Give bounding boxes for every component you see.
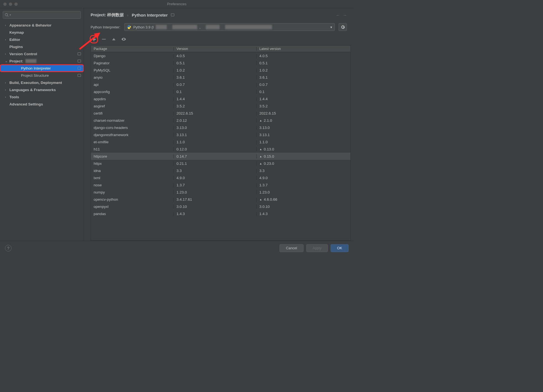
cell-package: httpx bbox=[91, 161, 174, 166]
sidebar-item-version-control[interactable]: ›Version Control bbox=[0, 50, 84, 57]
chevron-right-icon: › bbox=[5, 95, 8, 99]
minimize-window-icon[interactable] bbox=[9, 2, 12, 6]
interpreter-selected-text: Python 3.9 (I bbox=[133, 25, 154, 29]
table-row[interactable]: httpcore0.14.7▲0.15.0 bbox=[91, 153, 350, 160]
cell-package: httpcore bbox=[91, 154, 174, 158]
table-row[interactable]: anyio3.6.13.6.1 bbox=[91, 74, 350, 81]
table-row[interactable]: httpx0.21.1▲0.23.0 bbox=[91, 160, 350, 167]
triangle-up-icon: ▲ bbox=[259, 155, 262, 158]
sidebar-item-keymap[interactable]: Keymap bbox=[0, 29, 84, 36]
sidebar-item-appearance-behavior[interactable]: ›Appearance & Behavior bbox=[0, 22, 84, 29]
sidebar-item-project-structure[interactable]: Project Structure bbox=[0, 72, 84, 79]
triangle-up-icon: ▲ bbox=[259, 198, 262, 201]
cell-package: idna bbox=[91, 169, 174, 173]
cell-latest: 3.13.0 bbox=[257, 126, 350, 130]
cell-version: 1.3.7 bbox=[174, 183, 257, 187]
add-package-button[interactable] bbox=[91, 36, 97, 43]
table-row[interactable]: openpyxl3.0.103.0.10 bbox=[91, 203, 350, 210]
chevron-right-icon: › bbox=[5, 52, 8, 55]
cell-latest: 3.0.10 bbox=[257, 205, 350, 209]
cell-version: 0.1 bbox=[174, 90, 257, 94]
close-window-icon[interactable] bbox=[3, 2, 7, 6]
table-row[interactable]: charset-normalizer2.0.12▲2.1.0 bbox=[91, 117, 350, 124]
chevron-down-icon: ⌄ bbox=[5, 59, 8, 63]
cell-package: opencv-python bbox=[91, 197, 174, 202]
svg-line-1 bbox=[7, 16, 9, 17]
settings-tree: ›Appearance & BehaviorKeymap›EditorPlugi… bbox=[0, 20, 84, 241]
table-row[interactable]: opencv-python3.4.17.61▲4.6.0.66 bbox=[91, 196, 350, 203]
cell-latest: 1.23.0 bbox=[257, 190, 350, 194]
table-row[interactable]: pandas1.4.31.4.3 bbox=[91, 210, 350, 217]
zoom-window-icon[interactable] bbox=[14, 2, 18, 6]
table-row[interactable]: numpy1.23.01.23.0 bbox=[91, 189, 350, 196]
breadcrumb: Project: 样例数据 › Python Interpreter ← → bbox=[84, 8, 354, 22]
sidebar-item-build-execution-deployment[interactable]: ›Build, Execution, Deployment bbox=[0, 79, 84, 86]
sidebar-item-languages-frameworks[interactable]: ›Languages & Frameworks bbox=[0, 86, 84, 93]
table-row[interactable]: djangorestframework3.13.13.13.1 bbox=[91, 131, 350, 138]
dialog-footer: ? Cancel Apply OK bbox=[0, 241, 354, 255]
interpreter-settings-button[interactable] bbox=[339, 23, 347, 31]
cell-latest: ▲0.13.0 bbox=[257, 147, 350, 151]
reset-indicator-icon[interactable] bbox=[171, 14, 174, 16]
sidebar-item-python-interpreter[interactable]: Python Interpreter bbox=[0, 65, 84, 72]
table-row[interactable]: api0.0.70.0.7 bbox=[91, 81, 350, 88]
reset-indicator-icon[interactable] bbox=[78, 60, 81, 62]
window-title: Preferences bbox=[0, 2, 354, 6]
table-row[interactable]: certifi2022.6.152022.6.15 bbox=[91, 110, 350, 117]
cell-latest: 0.5.1 bbox=[257, 61, 350, 65]
table-row[interactable]: Django4.0.54.0.5 bbox=[91, 52, 350, 59]
apply-button[interactable]: Apply bbox=[306, 244, 328, 252]
chevron-right-icon: › bbox=[5, 23, 8, 27]
reset-indicator-icon[interactable] bbox=[78, 67, 81, 70]
settings-search-input[interactable]: ▾ bbox=[3, 11, 81, 19]
table-body[interactable]: Django4.0.54.0.5Paginator0.5.10.5.1PyMyS… bbox=[91, 52, 350, 240]
cell-version: 3.0.10 bbox=[174, 205, 257, 209]
cell-version: 3.3 bbox=[174, 169, 257, 173]
sidebar-item-plugins[interactable]: Plugins bbox=[0, 43, 84, 50]
reset-indicator-icon[interactable] bbox=[78, 74, 81, 77]
cell-latest: ▲0.23.0 bbox=[257, 161, 350, 166]
table-row[interactable]: PyMySQL1.0.21.0.2 bbox=[91, 67, 350, 74]
svg-point-0 bbox=[5, 14, 8, 16]
sidebar-item-label: Tools bbox=[9, 95, 19, 99]
table-row[interactable]: appdirs1.4.41.4.4 bbox=[91, 95, 350, 102]
sidebar-item-editor[interactable]: ›Editor bbox=[0, 36, 84, 43]
table-row[interactable]: lxml4.9.04.9.0 bbox=[91, 174, 350, 181]
table-row[interactable]: idna3.33.3 bbox=[91, 167, 350, 174]
cell-package: charset-normalizer bbox=[91, 118, 174, 123]
help-button[interactable]: ? bbox=[5, 245, 12, 251]
sidebar-item-advanced-settings[interactable]: Advanced Settings bbox=[0, 100, 84, 108]
ok-button[interactable]: OK bbox=[331, 244, 349, 252]
cancel-button[interactable]: Cancel bbox=[280, 244, 303, 252]
sidebar-item-label: Version Control bbox=[9, 52, 37, 56]
cell-latest: 3.6.1 bbox=[257, 75, 350, 80]
sidebar-item-project[interactable]: ⌄Project: bbox=[0, 57, 84, 65]
chevron-right-icon: › bbox=[127, 13, 128, 17]
show-early-releases-button[interactable] bbox=[120, 36, 127, 43]
table-row[interactable]: h110.12.0▲0.13.0 bbox=[91, 145, 350, 153]
cell-latest: 0.1 bbox=[257, 90, 350, 94]
upgrade-package-button[interactable] bbox=[110, 36, 117, 43]
table-row[interactable]: Paginator0.5.10.5.1 bbox=[91, 59, 350, 67]
nav-back-icon[interactable]: ← bbox=[336, 13, 340, 17]
table-row[interactable]: appconfig0.10.1 bbox=[91, 88, 350, 95]
table-row[interactable]: django-cors-headers3.13.03.13.0 bbox=[91, 124, 350, 131]
cell-package: numpy bbox=[91, 190, 174, 194]
gear-icon bbox=[341, 25, 345, 29]
remove-package-button[interactable] bbox=[101, 36, 107, 43]
sidebar-item-label: Editor bbox=[9, 38, 20, 42]
reset-indicator-icon[interactable] bbox=[78, 52, 81, 55]
table-row[interactable]: nose1.3.71.3.7 bbox=[91, 181, 350, 189]
package-toolbar bbox=[84, 33, 354, 44]
nav-forward-icon[interactable]: → bbox=[343, 13, 347, 17]
sidebar-item-tools[interactable]: ›Tools bbox=[0, 93, 84, 100]
interpreter-dropdown[interactable]: Python 3.9 (I , ▾ bbox=[124, 23, 335, 31]
col-package[interactable]: Package bbox=[91, 47, 174, 51]
cell-version: 1.0.2 bbox=[174, 68, 257, 72]
table-row[interactable]: asgiref3.5.23.5.2 bbox=[91, 102, 350, 110]
cell-latest: 3.3 bbox=[257, 169, 350, 173]
table-row[interactable]: et-xmlfile1.1.01.1.0 bbox=[91, 138, 350, 145]
col-version[interactable]: Version bbox=[174, 47, 257, 51]
cell-version: 1.4.4 bbox=[174, 97, 257, 101]
col-latest[interactable]: Latest version bbox=[257, 47, 350, 51]
